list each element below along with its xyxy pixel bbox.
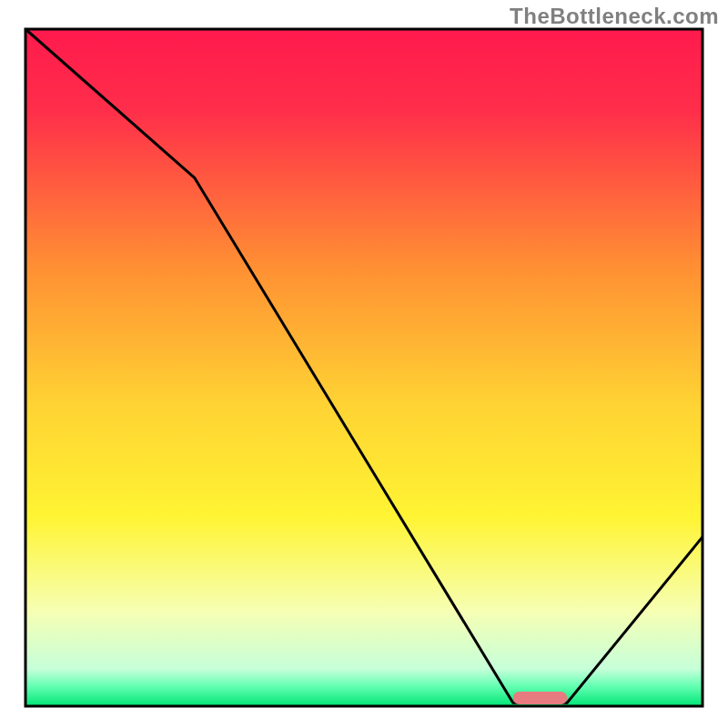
watermark-label: TheBottleneck.com	[510, 4, 719, 29]
bottleneck-chart: TheBottleneck.com	[0, 0, 728, 728]
optimal-range-marker	[513, 692, 568, 704]
chart-background	[25, 29, 703, 706]
chart-svg	[0, 0, 728, 728]
